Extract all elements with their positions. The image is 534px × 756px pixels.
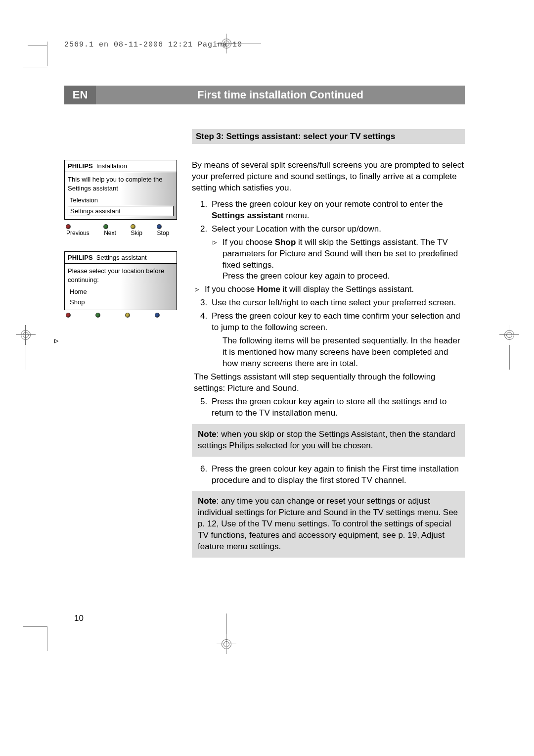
note-box-1: Note: when you skip or stop the Settings… (192, 424, 465, 457)
osd-brand: PHILIPS (68, 162, 93, 170)
osd-legend: Previous Next Skip Stop (64, 220, 177, 237)
blue-dot-icon (157, 225, 161, 229)
step-heading: Step 3: Settings assistant: select your … (192, 129, 465, 144)
osd-item-television: Television (68, 195, 174, 205)
step-2-shop: If you choose Shop it will skip the Sett… (222, 237, 465, 283)
steps-list: Press the green colour key on your remot… (192, 199, 465, 419)
yellow-dot-icon (131, 225, 135, 229)
osd-settings-assistant: PHILIPS Settings assistant Please select… (64, 251, 177, 318)
crop-mark (23, 67, 47, 67)
osd-item-home: Home (68, 287, 174, 296)
crop-mark (47, 42, 47, 66)
legend-next: Next (104, 223, 122, 236)
note-label: Note (198, 496, 217, 506)
osd-title: Settings assistant (96, 254, 147, 261)
step-5: Press the green colour key again to stor… (210, 396, 465, 419)
registration-target (217, 634, 236, 654)
osd-body: This will help you to complete the Setti… (64, 172, 177, 220)
legend-previous: Previous (66, 223, 95, 236)
step-2-sub: If you choose Shop it will skip the Sett… (212, 237, 465, 283)
registration-target (16, 325, 36, 345)
osd-header: PHILIPS Installation (64, 160, 177, 172)
intro-paragraph: By means of several split screens/full s… (192, 160, 465, 194)
title-bar: EN First time installation Continued (64, 86, 465, 104)
step-4-after: The Settings assistant will step sequent… (194, 372, 465, 394)
note-box-2: Note: any time you can change or reset y… (192, 491, 465, 558)
osd-legend (64, 310, 177, 318)
page-title: First time installation Continued (96, 86, 465, 104)
step-1: Press the green colour key on your remot… (210, 199, 465, 222)
osd-item-shop: Shop (68, 297, 174, 307)
red-dot-icon (66, 313, 70, 317)
yellow-dot-icon (126, 313, 130, 317)
crop-mark (23, 626, 47, 627)
step-2-home-sub: If you choose Home it will display the S… (205, 284, 465, 295)
step-4-sub: The following items will be presented se… (212, 335, 465, 370)
page-number: 10 (74, 614, 84, 623)
red-dot-icon (66, 225, 70, 229)
crop-mark (28, 45, 47, 46)
green-dot-icon (104, 225, 108, 229)
crop-line (226, 614, 227, 634)
osd-text: Please select your location before conti… (68, 267, 174, 284)
note-text: : any time you can change or reset your … (198, 496, 458, 551)
production-header: 2569.1 en 08-11-2006 12:21 Pagina 10 (64, 41, 242, 49)
osd-item-settings-assistant: Settings assistant (68, 206, 174, 216)
step-6: Press the green colour key again to fini… (210, 464, 465, 486)
right-column: By means of several split screens/full s… (192, 160, 465, 565)
registration-target (499, 325, 519, 345)
osd-text: This will help you to complete the Setti… (68, 175, 174, 192)
crop-mark (47, 626, 47, 651)
osd-body: Please select your location before conti… (64, 264, 177, 310)
osd-title: Installation (96, 162, 127, 170)
blue-dot-icon (155, 313, 159, 317)
step-3: Use the cursor left/right to each time s… (210, 297, 465, 309)
crop-line (509, 345, 510, 370)
note-label: Note (198, 429, 217, 439)
step-2-home: If you choose Home it will display the S… (205, 284, 465, 295)
osd-installation: PHILIPS Installation This will help you … (64, 160, 177, 237)
note-text: : when you skip or stop the Settings Ass… (198, 429, 455, 450)
osd-header: PHILIPS Settings assistant (64, 251, 177, 264)
page-content: EN First time installation Continued Ste… (64, 86, 465, 565)
legend-stop: Stop (157, 223, 175, 236)
legend-skip: Skip (131, 223, 148, 236)
step-4: Press the green colour key to each time … (210, 311, 465, 394)
green-dot-icon (96, 313, 100, 317)
left-column: PHILIPS Installation This will help you … (64, 160, 177, 565)
crop-line (26, 345, 26, 370)
step-4-note: The following items will be presented se… (222, 335, 465, 370)
osd-brand: PHILIPS (68, 254, 93, 261)
step-2: Select your Location with the cursor up/… (210, 224, 465, 296)
language-code: EN (64, 86, 96, 104)
steps-list-continued: Press the green colour key again to fini… (192, 464, 465, 486)
